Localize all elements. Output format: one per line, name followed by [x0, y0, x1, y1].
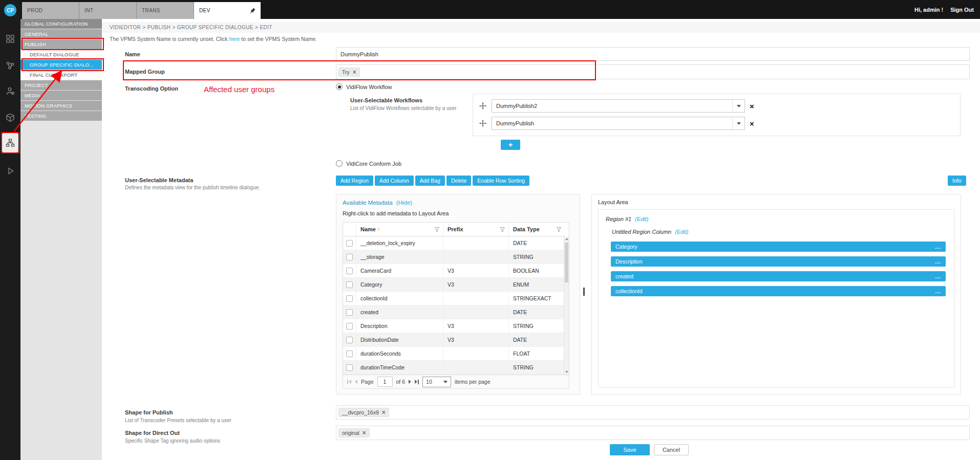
hide-link[interactable]: (Hide)	[396, 200, 412, 206]
scroll-down-icon[interactable]	[565, 371, 568, 373]
metadata-row[interactable]: created DATE	[343, 305, 565, 319]
user-greeting: Hi, admin !	[914, 7, 943, 13]
vidiflow-workflow-radio[interactable]: VidiFlow Workflow	[336, 83, 392, 90]
layout-item[interactable]: created ...	[611, 271, 946, 281]
region-edit-link[interactable]: (Edit)	[635, 216, 648, 222]
player-icon[interactable]	[0, 162, 20, 180]
add-region-button[interactable]: Add Region	[336, 176, 373, 186]
app-logo[interactable]: CP	[4, 4, 16, 16]
filter-icon[interactable]	[434, 227, 440, 232]
sidebar-item-group-specific-dialogue[interactable]: GROUP SPECIFIC DIALO...	[20, 60, 102, 70]
delete-button[interactable]: Delete	[446, 176, 471, 186]
sign-out-link[interactable]: Sign Out	[950, 7, 974, 13]
column-header-prefix[interactable]: Prefix	[443, 223, 509, 236]
layout-item[interactable]: Category ...	[611, 242, 946, 252]
item-menu-icon[interactable]: ...	[935, 244, 941, 250]
tab-trans[interactable]: TRANS	[137, 2, 194, 19]
vidicore-conform-radio[interactable]: VidiCore Conform Job	[336, 160, 401, 167]
mapped-group-field[interactable]: Try ×	[336, 64, 970, 79]
vpms-here-link[interactable]: here	[229, 36, 240, 42]
package-icon[interactable]	[0, 108, 20, 127]
remove-tag-icon[interactable]: ×	[363, 430, 366, 436]
workflow-dropdown[interactable]: DummyPublish	[492, 117, 745, 130]
row-checkbox[interactable]	[346, 254, 353, 260]
filter-icon[interactable]	[500, 227, 505, 232]
panel-splitter[interactable]	[582, 194, 586, 395]
metadata-row[interactable]: __storage STRING	[343, 250, 565, 264]
row-checkbox[interactable]	[346, 364, 353, 371]
save-button[interactable]: Save	[610, 444, 650, 455]
metadata-row[interactable]: Category V3 ENUM	[343, 278, 565, 292]
row-checkbox[interactable]	[346, 240, 353, 247]
row-checkbox[interactable]	[346, 337, 353, 343]
vpms-notice: The VPMS System Name is currently unset.…	[110, 36, 317, 42]
info-button[interactable]: Info	[948, 176, 966, 186]
remove-workflow-icon[interactable]: ×	[750, 120, 754, 127]
item-menu-icon[interactable]: ...	[935, 273, 941, 279]
row-checkbox[interactable]	[346, 268, 353, 274]
filter-icon[interactable]	[556, 227, 562, 232]
sidebar-item-media[interactable]: MEDIA	[20, 91, 102, 100]
sidebar-item-publish[interactable]: PUBLISH	[20, 39, 102, 49]
table-scrollbar[interactable]	[564, 236, 569, 375]
item-menu-icon[interactable]: ...	[935, 258, 941, 265]
shape-publish-field[interactable]: __dvcpro_16x9 ×	[336, 405, 970, 420]
modules-icon[interactable]	[0, 30, 20, 48]
tab-int[interactable]: INT	[79, 2, 137, 19]
pager-first-button[interactable]	[347, 380, 351, 384]
cell-name: durationSeconds	[356, 347, 443, 360]
sidebar-item-final-cut-export[interactable]: FINAL CUT EXPORT	[20, 70, 102, 80]
chevron-down-icon[interactable]	[732, 117, 744, 129]
scroll-up-icon[interactable]	[565, 238, 568, 240]
pager-last-button[interactable]	[415, 380, 419, 384]
pager-prev-button[interactable]	[355, 380, 357, 384]
add-workflow-button[interactable]: +	[501, 140, 520, 150]
remove-workflow-icon[interactable]: ×	[750, 102, 754, 110]
editor-config-icon[interactable]	[2, 133, 18, 152]
remove-tag-icon[interactable]: ×	[353, 69, 356, 75]
tab-prod[interactable]: PROD	[22, 2, 79, 19]
column-header-datatype[interactable]: Data Type	[509, 223, 565, 236]
pager-next-button[interactable]	[409, 380, 411, 384]
metadata-row[interactable]: Description V3 STRING	[343, 319, 565, 333]
cancel-button[interactable]: Cancel	[654, 444, 689, 455]
metadata-row[interactable]: collectionId STRINGEXACT	[343, 292, 565, 305]
sidebar-item-default-dialogue[interactable]: DEFAULT DIALOGUE	[20, 50, 102, 59]
chevron-down-icon[interactable]	[732, 100, 744, 112]
drag-handle-icon[interactable]	[479, 120, 486, 127]
item-menu-icon[interactable]: ...	[935, 288, 941, 294]
name-input[interactable]	[336, 47, 970, 61]
row-checkbox[interactable]	[346, 295, 353, 302]
drag-handle-icon[interactable]	[479, 102, 486, 109]
shape-directout-field[interactable]: original ×	[336, 426, 970, 440]
metadata-row[interactable]: durationSeconds FLOAT	[343, 347, 565, 361]
row-checkbox[interactable]	[346, 309, 353, 316]
column-edit-link[interactable]: (Edit)	[675, 229, 688, 235]
sidebar-item-motion-graphics[interactable]: MOTION GRAPHICS	[20, 101, 102, 111]
row-checkbox[interactable]	[346, 351, 353, 357]
metadata-row[interactable]: DistributionDate V3 DATE	[343, 333, 565, 347]
sidebar-item-general[interactable]: GENERAL	[20, 29, 102, 39]
nodes-icon[interactable]	[0, 56, 20, 75]
remove-tag-icon[interactable]: ×	[382, 409, 386, 415]
pager-page-input[interactable]	[377, 377, 393, 387]
scrollbar-thumb[interactable]	[565, 243, 568, 282]
items-per-page-select[interactable]: 10	[422, 377, 451, 387]
workflow-dropdown[interactable]: DummyPublish2	[492, 99, 745, 113]
column-header-name[interactable]: Name ↑	[356, 223, 443, 236]
tab-dev[interactable]: DEV	[194, 2, 261, 19]
add-bag-button[interactable]: Add Bag	[415, 176, 445, 186]
layout-item[interactable]: Description ...	[611, 256, 946, 267]
metadata-row[interactable]: CameraCard V3 BOOLEAN	[343, 264, 565, 278]
metadata-row[interactable]: durationTimeCode STRING	[343, 361, 565, 375]
layout-item[interactable]: collectionId ...	[611, 286, 946, 296]
add-column-button[interactable]: Add Column	[375, 176, 414, 186]
user-settings-icon[interactable]	[0, 82, 20, 100]
splitter-grip[interactable]	[583, 288, 585, 296]
row-checkbox[interactable]	[346, 323, 353, 330]
sidebar-item-testing[interactable]: TESTING	[20, 111, 102, 121]
metadata-row[interactable]: __deletion_lock_expiry DATE	[343, 236, 565, 250]
sidebar-item-project[interactable]: PROJECT	[20, 80, 102, 90]
enable-row-sorting-button[interactable]: Enable Row Sorting	[473, 176, 529, 186]
row-checkbox[interactable]	[346, 281, 353, 288]
